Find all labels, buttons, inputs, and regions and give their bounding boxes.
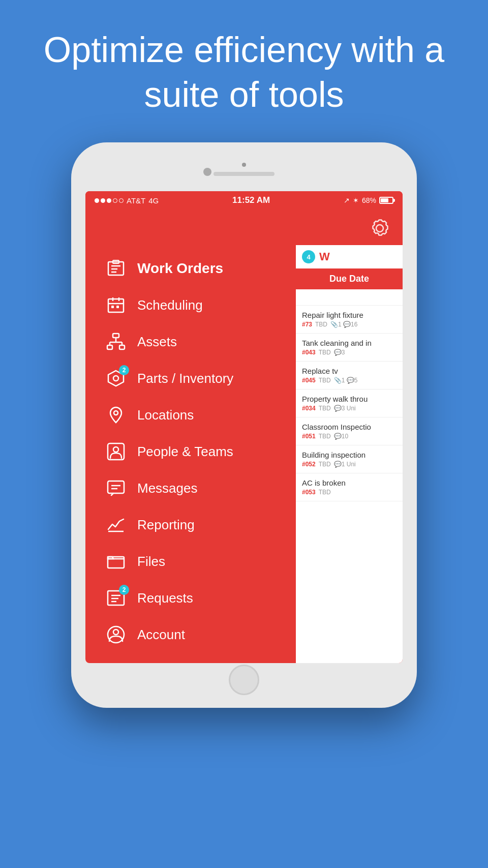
account-icon [106,624,126,645]
menu-item-assets[interactable]: Assets [106,323,296,360]
svg-rect-12 [107,345,112,349]
screen-body: Work Orders [85,245,403,663]
requests-label: Requests [137,590,193,606]
menu-item-requests[interactable]: 2 Requests [106,580,296,616]
menu-item-locations[interactable]: Locations [106,397,296,433]
svg-point-32 [113,630,118,635]
work-item-2-tbd: TBD [319,377,331,384]
status-right: ↗ ✶ 68% [344,196,393,204]
svg-point-21 [113,447,118,452]
reporting-label: Reporting [137,517,195,533]
work-item-3[interactable]: Property walk throu #034 TBD 💬3 Uni [296,390,403,417]
hero-title: Optimize efficiency with a suite of tool… [41,28,447,117]
camera [203,168,211,176]
phone-device: AT&T 4G 11:52 AM ↗ ✶ 68% [71,142,417,708]
requests-badge: 2 [119,585,129,595]
panel-header: 4 W [296,245,403,268]
work-item-6-title: AC is broken [302,478,396,487]
svg-rect-11 [113,334,119,338]
work-item-2[interactable]: Replace tv #045 TBD 📎1 💬5 [296,362,403,390]
work-item-0-meta: #73 TBD 📎1 💬16 [302,321,396,328]
work-item-6[interactable]: AC is broken #053 TBD [296,473,403,501]
panel-sub-header: Due Date [296,268,403,289]
work-item-4-icons: 💬10 [334,433,348,440]
panel-title: W [319,250,330,263]
parts-badge: 2 [119,365,129,375]
work-item-4-tbd: TBD [319,433,331,440]
work-item-4-title: Classroom Inspectio [302,423,396,431]
assets-icon [106,332,126,352]
svg-rect-10 [116,306,119,308]
svg-rect-9 [111,306,114,308]
menu-item-parts-inventory[interactable]: 2 Parts / Inventory [106,360,296,397]
messages-icon [106,478,126,498]
menu-item-reporting[interactable]: Reporting [106,506,296,543]
locations-label: Locations [137,407,194,423]
svg-point-18 [113,376,118,381]
work-item-3-id: #034 [302,405,316,412]
people-teams-label: People & Teams [137,444,233,460]
work-item-6-tbd: TBD [319,489,331,496]
location-icon: ↗ [344,196,350,204]
parts-icon: 2 [106,368,126,388]
work-item-2-id: #045 [302,377,316,384]
work-item-3-meta: #034 TBD 💬3 Uni [302,405,396,412]
work-orders-icon [106,258,126,279]
work-orders-label: Work Orders [137,260,223,277]
settings-area [85,209,403,245]
scheduling-icon [106,295,126,315]
menu-item-account[interactable]: Account [106,616,296,653]
work-item-1-id: #043 [302,349,316,356]
work-item-0-icons: 📎1 💬16 [330,321,357,328]
work-item-5[interactable]: Building inspection #052 TBD 💬1 Uni [296,445,403,473]
svg-rect-5 [108,299,124,312]
locations-icon [106,405,126,425]
carrier: AT&T [127,196,145,205]
phone-bottom [85,667,403,693]
home-button[interactable] [229,665,259,695]
work-item-0[interactable]: Repair light fixture #73 TBD 📎1 💬16 [296,306,403,334]
menu-item-messages[interactable]: Messages [106,470,296,506]
svg-rect-13 [119,345,125,349]
work-item-1-meta: #043 TBD 💬3 [302,349,396,356]
work-item-3-title: Property walk throu [302,395,396,403]
people-icon [106,441,126,462]
menu-item-files[interactable]: Files [106,543,296,580]
network-type: 4G [148,196,159,205]
signal-dot-2 [101,198,105,203]
bluetooth-icon: ✶ [353,196,359,204]
work-item-3-tbd: TBD [319,405,331,412]
status-left: AT&T 4G [95,196,159,205]
signal-dot-1 [95,198,99,203]
phone-wrapper: AT&T 4G 11:52 AM ↗ ✶ 68% [0,132,488,708]
work-item-4[interactable]: Classroom Inspectio #051 TBD 💬10 [296,417,403,445]
battery-fill [381,198,388,202]
status-time: 11:52 AM [232,195,270,205]
menu-item-scheduling[interactable]: Scheduling [106,287,296,323]
menu-item-work-orders[interactable]: Work Orders [106,250,296,287]
files-icon [106,551,126,572]
reporting-icon [106,515,126,535]
requests-icon: 2 [106,588,126,608]
work-item-6-id: #053 [302,489,316,496]
svg-rect-22 [108,481,124,493]
panel-badge: 4 [302,250,315,263]
work-item-5-id: #052 [302,461,316,468]
signal-dot-5 [119,198,124,203]
parts-inventory-label: Parts / Inventory [137,371,233,386]
work-item-2-meta: #045 TBD 📎1 💬5 [302,377,396,384]
scheduling-label: Scheduling [137,297,203,313]
menu-item-people-teams[interactable]: People & Teams [106,433,296,470]
work-item-0-id: #73 [302,321,312,328]
work-item-2-icons: 📎1 💬5 [334,377,358,384]
phone-screen: AT&T 4G 11:52 AM ↗ ✶ 68% [85,191,403,663]
signal-dot-3 [107,198,111,203]
work-item-1-tbd: TBD [319,349,331,356]
work-item-5-icons: 💬1 Uni [334,461,356,468]
work-item-6-meta: #053 TBD [302,489,396,496]
messages-label: Messages [137,481,198,496]
work-item-1[interactable]: Tank cleaning and in #043 TBD 💬3 [296,334,403,362]
files-label: Files [137,554,165,570]
gear-icon[interactable] [367,216,392,241]
work-item-5-tbd: TBD [319,461,331,468]
